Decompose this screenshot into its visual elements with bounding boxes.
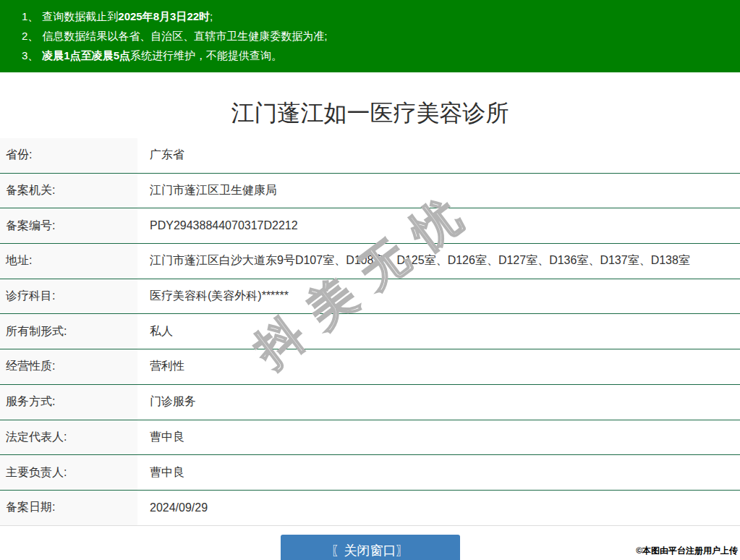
row-value: 2024/09/29: [137, 491, 740, 525]
row-label: 诊疗科目:: [0, 279, 137, 314]
notice-text-bold: 2025年8月3日22时: [118, 10, 210, 22]
row-label: 主要负责人:: [0, 455, 137, 490]
notice-number: 3、: [22, 49, 38, 61]
row-label: 备案机关:: [0, 174, 137, 208]
row-value: 医疗美容科(美容外科)******: [137, 279, 740, 314]
table-row-ownership-form: 所有制形式: 私人: [0, 314, 740, 349]
page-title: 江门蓬江如一医疗美容诊所: [0, 101, 740, 125]
row-label: 所有制形式:: [0, 314, 137, 349]
row-label: 经营性质:: [0, 349, 137, 384]
notice-text: 查询数据截止到: [42, 10, 118, 22]
button-row: 〖关闭窗口〗: [0, 535, 740, 560]
footer-upload-note: ©本图由平台注册用户上传: [636, 545, 738, 557]
table-row-province: 省份: 广东省: [0, 138, 740, 174]
row-value: 营利性: [137, 349, 740, 384]
row-value: 江门市蓬江区白沙大道东9号D107室、D108室、D125室、D126室、D12…: [137, 244, 740, 279]
notice-line-3: 3、凌晨1点至凌晨5点系统进行维护，不能提供查询。: [22, 46, 733, 65]
row-value: 私人: [137, 314, 740, 349]
row-value: 曹中良: [137, 455, 740, 490]
row-value: 门诊服务: [137, 385, 740, 420]
row-value: 曹中良: [137, 420, 740, 455]
table-row-filing-authority: 备案机关: 江门市蓬江区卫生健康局: [0, 174, 740, 209]
close-window-button[interactable]: 〖关闭窗口〗: [281, 535, 460, 560]
table-row-filing-number: 备案编号: PDY29438844070317D2212: [0, 208, 740, 244]
row-value: 江门市蓬江区卫生健康局: [137, 174, 740, 208]
notice-line-1: 1、查询数据截止到2025年8月3日22时;: [22, 7, 733, 26]
row-label: 服务方式:: [0, 385, 137, 420]
row-label: 备案编号:: [0, 208, 137, 243]
notice-line-2: 2、信息数据结果以各省、自治区、直辖市卫生健康委数据为准;: [22, 26, 733, 46]
table-row-service-mode: 服务方式: 门诊服务: [0, 385, 740, 420]
row-value: PDY29438844070317D2212: [137, 208, 740, 243]
row-label: 法定代表人:: [0, 420, 137, 455]
table-row-address: 地址: 江门市蓬江区白沙大道东9号D107室、D108室、D125室、D126室…: [0, 244, 740, 279]
row-label: 备案日期:: [0, 491, 137, 525]
notice-number: 2、: [22, 30, 38, 42]
record-table: 省份: 广东省 备案机关: 江门市蓬江区卫生健康局 备案编号: PDY29438…: [0, 138, 740, 526]
table-row-operating-nature: 经营性质: 营利性: [0, 349, 740, 385]
table-row-filing-date: 备案日期: 2024/09/29: [0, 491, 740, 526]
notice-text: 信息数据结果以各省、自治区、直辖市卫生健康委数据为准;: [42, 30, 327, 42]
row-label: 地址:: [0, 244, 137, 279]
notice-text: 系统进行维护，不能提供查询。: [130, 49, 282, 61]
row-label: 省份:: [0, 138, 137, 173]
row-value: 广东省: [137, 138, 740, 173]
notice-number: 1、: [22, 10, 38, 22]
notice-text: ;: [210, 10, 213, 22]
notice-bar: 1、查询数据截止到2025年8月3日22时; 2、信息数据结果以各省、自治区、直…: [0, 0, 740, 72]
table-row-principal: 主要负责人: 曹中良: [0, 455, 740, 491]
table-row-treatment-subjects: 诊疗科目: 医疗美容科(美容外科)******: [0, 279, 740, 315]
table-row-legal-representative: 法定代表人: 曹中良: [0, 420, 740, 456]
notice-text-bold: 凌晨1点至凌晨5点: [42, 49, 130, 61]
